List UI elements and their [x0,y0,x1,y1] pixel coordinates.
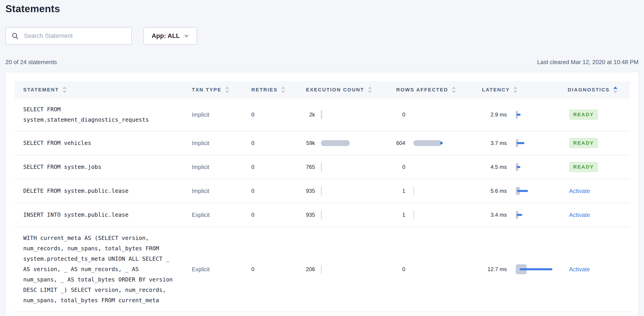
table-row: WITH current_meta AS (SELECT version, nu… [15,227,630,312]
chevron-down-icon [184,35,189,38]
execution-count-bar [321,210,322,220]
latency-value: 4.5 ms [482,164,507,170]
rows-affected-bar [414,140,442,146]
sort-arrows-icon [281,86,285,93]
latency-mean-bar [517,166,520,168]
latency-value: 12.7 ms [482,266,507,272]
rows-affected-value: 0 [396,112,405,118]
app-filter-dropdown[interactable]: App: ALL [144,27,197,45]
app-filter-label: App: ALL [152,32,180,40]
txn-type-cell: Implicit [192,312,251,316]
execution-count-value: 935 [306,212,315,218]
rows-affected-value: 0 [396,266,405,272]
rows-affected-value: 0 [396,164,405,170]
statement-link[interactable]: SELECT FROM vehicles [23,138,192,148]
rows-affected-value: 604 [396,140,405,146]
table-meta-row: 20 of 24 statements Last cleared Mar 12,… [6,59,638,66]
statements-count: 20 of 24 statements [6,59,57,66]
search-icon [11,32,19,40]
execution-count-cell: 2k [306,109,396,120]
execution-count-value: 206 [306,266,315,272]
column-header-txn-type[interactable]: TXN TYPE [192,81,251,98]
filter-controls: App: ALL [6,27,638,45]
diagnostics-ready-badge: READY [569,138,598,148]
rows-affected-bar [414,210,414,220]
sort-arrows-icon [225,86,229,93]
latency-cell: 5.6 ms [482,185,568,197]
statement-link[interactable]: SELECT FROM system.jobs [23,162,192,172]
execution-count-bar [321,140,350,146]
table-row: SELECT FROM system.statement_diagnostics… [15,98,630,131]
search-box[interactable] [6,27,132,45]
execution-count-value: 935 [306,188,315,194]
sort-arrows-icon [513,86,518,93]
execution-count-cell: 935 [306,209,396,221]
latency-mean-bar [520,268,552,270]
statement-link[interactable]: INSERT INTO system.public.lease [23,210,192,220]
latency-bar-chart [516,137,561,149]
statement-link[interactable]: WITH current_meta AS (SELECT version, nu… [23,233,192,306]
statements-table: STATEMENT TXN TYPE RETRIES EXECUTION COU… [15,81,630,316]
execution-count-bar [321,110,322,119]
retries-cell: 0 [251,155,306,179]
diagnostics-activate-link[interactable]: Activate [569,212,590,218]
table-row: DELETE FROM system.public.lease Implicit… [15,179,630,203]
latency-cell: 3.4 ms [482,209,568,221]
latency-mean-bar [516,114,520,116]
latency-value: 3.4 ms [482,212,507,218]
diagnostics-activate-link[interactable]: Activate [569,188,590,194]
diagnostics-ready-badge: READY [569,110,598,120]
rows-affected-cell: 1 [396,209,482,221]
column-header-latency[interactable]: LATENCY [482,81,568,98]
execution-count-value: 59k [306,140,315,146]
execution-count-cell: 206 [306,264,396,275]
rows-affected-cell: 604 [396,137,482,149]
retries-cell: 0 [251,227,306,312]
statement-link[interactable]: DELETE FROM system.public.lease [23,186,192,196]
sort-arrows-icon [62,86,66,93]
retries-cell: 0 [251,179,306,203]
column-header-diagnostics[interactable]: DIAGNOSTICS [568,81,630,98]
column-header-retries[interactable]: RETRIES [251,81,306,98]
table-row: INSERT INTO system.public.lease Explicit… [15,203,630,227]
sort-arrows-icon [368,86,372,93]
latency-cell: 2.9 ms [482,109,568,120]
search-input[interactable] [24,32,126,40]
latency-value: 5.6 ms [482,188,507,194]
diagnostics-activate-link[interactable]: Activate [569,266,590,273]
txn-type-cell: Explicit [192,203,251,227]
column-header-execution-count[interactable]: EXECUTION COUNT [306,81,396,98]
rows-affected-bar [414,186,414,196]
table-row: SELECT FROM vehicles Implicit 0 59k 604 … [15,131,630,155]
table-row: SELECT FROM system.jobs Implicit 0 765 0… [15,155,630,179]
retries-cell: 0 [251,312,306,316]
statements-table-card: STATEMENT TXN TYPE RETRIES EXECUTION COU… [6,72,638,316]
rows-affected-value: 1 [396,188,405,194]
statements-page: Statements App: ALL 20 of 24 statements … [0,0,644,316]
rows-affected-cell: 0 [396,264,482,275]
latency-mean-bar [517,214,522,216]
retries-cell: 0 [251,98,306,131]
execution-count-cell: 935 [306,185,396,197]
latency-bar-chart [516,209,561,221]
diagnostics-ready-badge: READY [569,162,598,172]
rows-affected-cell: 0 [396,161,482,173]
retries-cell: 0 [251,131,306,155]
latency-bar-chart [516,185,561,197]
retries-cell: 0 [251,203,306,227]
statement-link[interactable]: SELECT FROM system.statement_diagnostics… [23,104,192,125]
latency-bar-chart [516,264,561,275]
column-header-rows-affected[interactable]: ROWS AFFECTED [396,81,482,98]
latency-mean-bar [517,190,528,192]
latency-mean-bar [517,142,524,144]
txn-type-cell: Implicit [192,98,251,131]
txn-type-cell: Explicit [192,227,251,312]
execution-count-value: 2k [306,112,315,118]
execution-count-value: 765 [306,164,315,170]
latency-bar-chart [516,109,561,120]
sort-arrows-icon [452,86,456,93]
execution-count-cell: 765 [306,161,396,173]
latency-bar-chart [516,161,561,173]
column-header-statement[interactable]: STATEMENT [15,81,192,98]
table-row: SELECT FROM system.jobs Implicit 0 9 0 5… [15,312,630,316]
